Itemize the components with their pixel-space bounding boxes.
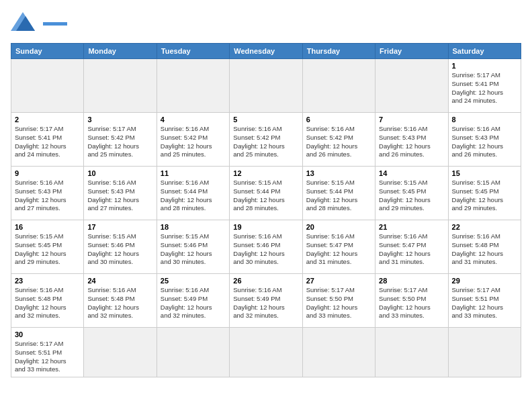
calendar-cell: 22Sunrise: 5:16 AM Sunset: 5:48 PM Dayli… [448, 220, 521, 274]
day-info: Sunrise: 5:15 AM Sunset: 5:44 PM Dayligh… [306, 179, 371, 213]
col-header-wednesday: Wednesday [230, 44, 302, 59]
day-info: Sunrise: 5:16 AM Sunset: 5:49 PM Dayligh… [161, 286, 226, 320]
day-info: Sunrise: 5:16 AM Sunset: 5:42 PM Dayligh… [161, 125, 226, 159]
day-info: Sunrise: 5:15 AM Sunset: 5:45 PM Dayligh… [379, 179, 444, 213]
col-header-tuesday: Tuesday [157, 44, 229, 59]
day-number: 28 [379, 277, 444, 285]
calendar-cell: 3Sunrise: 5:17 AM Sunset: 5:42 PM Daylig… [84, 113, 157, 167]
logo-icon [11, 11, 40, 35]
calendar-cell [157, 328, 229, 377]
calendar-cell: 28Sunrise: 5:17 AM Sunset: 5:50 PM Dayli… [375, 274, 448, 328]
day-info: Sunrise: 5:16 AM Sunset: 5:43 PM Dayligh… [379, 125, 444, 159]
calendar-header-row: SundayMondayTuesdayWednesdayThursdayFrid… [11, 44, 521, 59]
day-number: 19 [233, 223, 298, 231]
calendar-cell: 2Sunrise: 5:17 AM Sunset: 5:41 PM Daylig… [11, 113, 84, 167]
day-info: Sunrise: 5:17 AM Sunset: 5:41 PM Dayligh… [452, 71, 517, 105]
day-number: 23 [15, 277, 80, 285]
day-number: 24 [87, 277, 152, 285]
day-info: Sunrise: 5:16 AM Sunset: 5:43 PM Dayligh… [15, 179, 80, 213]
day-info: Sunrise: 5:16 AM Sunset: 5:49 PM Dayligh… [233, 286, 298, 320]
day-info: Sunrise: 5:17 AM Sunset: 5:42 PM Dayligh… [87, 125, 152, 159]
calendar-cell: 10Sunrise: 5:16 AM Sunset: 5:43 PM Dayli… [84, 167, 157, 220]
day-info: Sunrise: 5:16 AM Sunset: 5:43 PM Dayligh… [452, 125, 517, 159]
calendar-cell: 27Sunrise: 5:17 AM Sunset: 5:50 PM Dayli… [302, 274, 375, 328]
day-number: 18 [161, 223, 226, 231]
day-info: Sunrise: 5:16 AM Sunset: 5:44 PM Dayligh… [161, 179, 226, 213]
calendar-week-row: 23Sunrise: 5:16 AM Sunset: 5:48 PM Dayli… [11, 274, 521, 328]
calendar-cell: 7Sunrise: 5:16 AM Sunset: 5:43 PM Daylig… [375, 113, 448, 167]
calendar-week-row: 9Sunrise: 5:16 AM Sunset: 5:43 PM Daylig… [11, 167, 521, 220]
calendar-cell [230, 59, 302, 113]
day-info: Sunrise: 5:15 AM Sunset: 5:44 PM Dayligh… [233, 179, 298, 213]
day-number: 1 [452, 62, 517, 70]
calendar-cell [84, 59, 157, 113]
calendar-cell: 29Sunrise: 5:17 AM Sunset: 5:51 PM Dayli… [448, 274, 521, 328]
day-number: 12 [233, 169, 298, 177]
day-info: Sunrise: 5:17 AM Sunset: 5:41 PM Dayligh… [15, 125, 80, 159]
day-info: Sunrise: 5:16 AM Sunset: 5:48 PM Dayligh… [15, 286, 80, 320]
calendar-cell: 5Sunrise: 5:16 AM Sunset: 5:42 PM Daylig… [230, 113, 302, 167]
calendar-cell [11, 59, 84, 113]
calendar-cell [302, 328, 375, 377]
page-header [11, 11, 521, 35]
day-number: 26 [233, 277, 298, 285]
day-number: 25 [161, 277, 226, 285]
day-info: Sunrise: 5:17 AM Sunset: 5:50 PM Dayligh… [306, 286, 371, 320]
day-number: 20 [306, 223, 371, 231]
calendar-cell: 25Sunrise: 5:16 AM Sunset: 5:49 PM Dayli… [157, 274, 229, 328]
calendar-week-row: 1Sunrise: 5:17 AM Sunset: 5:41 PM Daylig… [11, 59, 521, 113]
day-info: Sunrise: 5:15 AM Sunset: 5:46 PM Dayligh… [161, 232, 226, 267]
day-number: 10 [87, 169, 152, 177]
logo [11, 11, 67, 35]
day-info: Sunrise: 5:16 AM Sunset: 5:48 PM Dayligh… [87, 286, 152, 320]
calendar-week-row: 30Sunrise: 5:17 AM Sunset: 5:51 PM Dayli… [11, 328, 521, 377]
day-number: 27 [306, 277, 371, 285]
day-number: 5 [233, 116, 298, 124]
day-info: Sunrise: 5:16 AM Sunset: 5:43 PM Dayligh… [87, 179, 152, 213]
logo-underline [43, 22, 67, 26]
calendar-cell: 4Sunrise: 5:16 AM Sunset: 5:42 PM Daylig… [157, 113, 229, 167]
calendar-cell [448, 328, 521, 377]
col-header-sunday: Sunday [11, 44, 84, 59]
day-info: Sunrise: 5:17 AM Sunset: 5:51 PM Dayligh… [15, 340, 80, 374]
day-number: 21 [379, 223, 444, 231]
calendar-cell: 13Sunrise: 5:15 AM Sunset: 5:44 PM Dayli… [302, 167, 375, 220]
calendar-cell: 17Sunrise: 5:15 AM Sunset: 5:46 PM Dayli… [84, 220, 157, 274]
calendar-cell [302, 59, 375, 113]
day-number: 13 [306, 169, 371, 177]
col-header-monday: Monday [84, 44, 157, 59]
day-info: Sunrise: 5:16 AM Sunset: 5:48 PM Dayligh… [452, 232, 517, 267]
day-number: 16 [15, 223, 80, 231]
calendar-cell: 20Sunrise: 5:16 AM Sunset: 5:47 PM Dayli… [302, 220, 375, 274]
calendar-cell: 19Sunrise: 5:16 AM Sunset: 5:46 PM Dayli… [230, 220, 302, 274]
day-number: 14 [379, 169, 444, 177]
col-header-thursday: Thursday [302, 44, 375, 59]
calendar-cell [157, 59, 229, 113]
calendar-cell: 12Sunrise: 5:15 AM Sunset: 5:44 PM Dayli… [230, 167, 302, 220]
calendar-cell: 24Sunrise: 5:16 AM Sunset: 5:48 PM Dayli… [84, 274, 157, 328]
calendar-cell: 15Sunrise: 5:15 AM Sunset: 5:45 PM Dayli… [448, 167, 521, 220]
calendar-cell: 30Sunrise: 5:17 AM Sunset: 5:51 PM Dayli… [11, 328, 84, 377]
day-number: 9 [15, 169, 80, 177]
day-number: 30 [15, 330, 80, 338]
day-number: 2 [15, 116, 80, 124]
calendar-week-row: 2Sunrise: 5:17 AM Sunset: 5:41 PM Daylig… [11, 113, 521, 167]
day-number: 6 [306, 116, 371, 124]
day-info: Sunrise: 5:15 AM Sunset: 5:45 PM Dayligh… [452, 179, 517, 213]
day-info: Sunrise: 5:15 AM Sunset: 5:45 PM Dayligh… [15, 232, 80, 267]
calendar-cell: 18Sunrise: 5:15 AM Sunset: 5:46 PM Dayli… [157, 220, 229, 274]
day-info: Sunrise: 5:17 AM Sunset: 5:50 PM Dayligh… [379, 286, 444, 320]
calendar-week-row: 16Sunrise: 5:15 AM Sunset: 5:45 PM Dayli… [11, 220, 521, 274]
day-number: 4 [161, 116, 226, 124]
calendar-cell: 23Sunrise: 5:16 AM Sunset: 5:48 PM Dayli… [11, 274, 84, 328]
day-number: 15 [452, 169, 517, 177]
col-header-saturday: Saturday [448, 44, 521, 59]
calendar-cell: 1Sunrise: 5:17 AM Sunset: 5:41 PM Daylig… [448, 59, 521, 113]
calendar-cell: 26Sunrise: 5:16 AM Sunset: 5:49 PM Dayli… [230, 274, 302, 328]
day-number: 17 [87, 223, 152, 231]
calendar-cell: 11Sunrise: 5:16 AM Sunset: 5:44 PM Dayli… [157, 167, 229, 220]
calendar-cell: 8Sunrise: 5:16 AM Sunset: 5:43 PM Daylig… [448, 113, 521, 167]
calendar-cell: 21Sunrise: 5:16 AM Sunset: 5:47 PM Dayli… [375, 220, 448, 274]
day-info: Sunrise: 5:16 AM Sunset: 5:47 PM Dayligh… [379, 232, 444, 267]
col-header-friday: Friday [375, 44, 448, 59]
